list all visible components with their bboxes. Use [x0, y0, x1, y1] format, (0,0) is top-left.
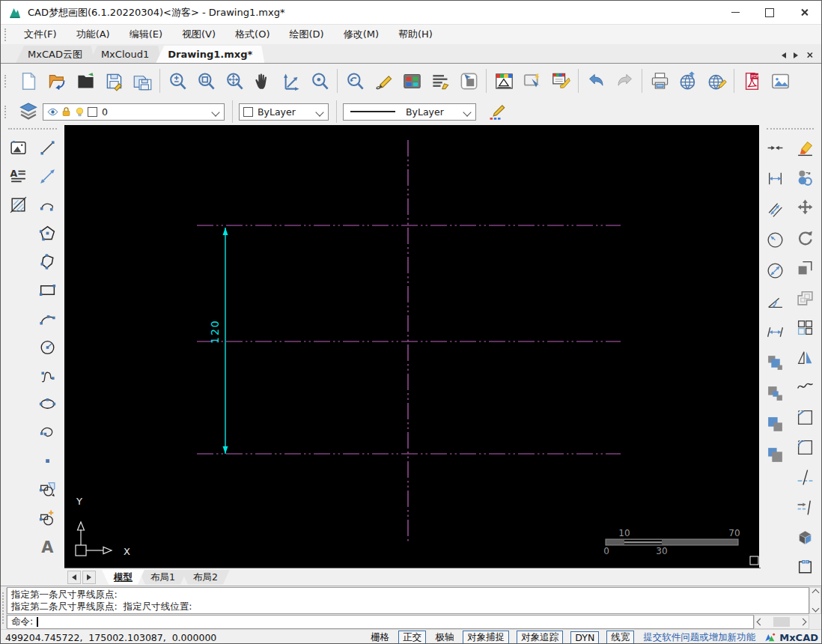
single-text-button[interactable]: A	[34, 532, 61, 559]
trim-button[interactable]	[791, 464, 818, 490]
menu-item-format[interactable]: 格式(O)	[225, 25, 279, 43]
ray-arc-button[interactable]	[34, 191, 61, 218]
fillet-button[interactable]	[791, 434, 818, 461]
color-combo[interactable]: ByLayer	[239, 103, 329, 121]
create-block-button[interactable]	[34, 504, 61, 531]
menu-item-help[interactable]: 帮助(H)	[389, 25, 442, 43]
toolbar-drag-handle[interactable]	[4, 75, 8, 88]
tab-scroll-right-button[interactable]	[794, 52, 798, 58]
extend-button[interactable]	[791, 493, 818, 520]
draw-order-back-button[interactable]	[761, 380, 788, 407]
rotate-button[interactable]	[791, 224, 818, 251]
offset-button[interactable]	[791, 284, 818, 311]
edit-polyline-button[interactable]	[791, 374, 818, 401]
spline-button[interactable]	[34, 362, 61, 389]
circle-button[interactable]	[34, 333, 61, 360]
drawing-canvas[interactable]: 120 Y X 10 70 0 30	[64, 125, 761, 568]
toggle-lineweight[interactable]: 线宽	[606, 631, 634, 644]
explode-button[interactable]	[791, 523, 818, 550]
match-properties-button[interactable]	[547, 66, 575, 96]
insert-block-button[interactable]	[34, 476, 61, 502]
menu-item-edit[interactable]: 编辑(E)	[120, 25, 172, 43]
palette-button[interactable]	[398, 66, 426, 96]
toggle-polar[interactable]: 极轴	[433, 631, 455, 644]
menu-item-file[interactable]: 文件(F)	[14, 25, 67, 43]
print-button[interactable]	[645, 66, 674, 96]
export-pdf-button[interactable]: PDF	[737, 66, 766, 96]
draw-panel-drag-handle[interactable]	[8, 128, 57, 130]
open-folder-button[interactable]	[71, 66, 100, 96]
dim-continue-button[interactable]	[761, 318, 788, 345]
multiline-text-button[interactable]: A	[4, 162, 31, 189]
tab-scroll-left-button[interactable]	[782, 52, 786, 58]
doc-tab-drawing1[interactable]: Drawing1.mxg*	[156, 46, 264, 63]
dim-linear-button[interactable]	[761, 165, 788, 192]
command-drag-handle[interactable]	[1, 588, 7, 628]
command-vscrollbar[interactable]	[809, 587, 821, 614]
open-drawing-button[interactable]	[43, 66, 71, 96]
line-button[interactable]	[34, 134, 61, 161]
array-button[interactable]	[791, 314, 818, 341]
sheet-tab-layout1[interactable]: 布局1	[138, 570, 187, 585]
polygon-button[interactable]	[34, 219, 61, 246]
undo-button[interactable]	[582, 66, 610, 96]
dim-aligned-button[interactable]	[761, 195, 788, 222]
dim-style-button[interactable]	[490, 66, 518, 96]
edit-web-button[interactable]	[702, 66, 731, 96]
chamfer-button[interactable]	[791, 404, 818, 431]
copy-button[interactable]	[791, 164, 818, 191]
hscroll-thumb[interactable]	[773, 617, 790, 627]
revision-arc-button[interactable]	[34, 419, 61, 446]
dim-radius-button[interactable]	[761, 226, 788, 253]
raster-image-button[interactable]	[4, 134, 31, 161]
menu-drag-handle[interactable]	[4, 28, 8, 41]
tab-close-button[interactable]	[806, 52, 813, 58]
irregular-polygon-button[interactable]	[34, 248, 61, 275]
zoom-extents-button[interactable]	[220, 66, 249, 96]
dim-angular-button[interactable]	[761, 288, 788, 315]
menu-item-modify[interactable]: 修改(M)	[334, 25, 389, 43]
construction-line-button[interactable]	[34, 162, 61, 189]
feedback-link[interactable]: 提交软件问题或增加新功能	[643, 631, 755, 644]
ellipse-button[interactable]	[34, 390, 61, 417]
minimize-button[interactable]	[718, 1, 752, 24]
axes-button[interactable]	[277, 66, 305, 96]
new-file-button[interactable]	[14, 66, 43, 96]
layers-button[interactable]	[14, 100, 43, 124]
close-button[interactable]	[787, 1, 821, 24]
toggle-ortho[interactable]: 正交	[398, 631, 426, 644]
toggle-grid[interactable]: 栅格	[369, 631, 391, 644]
redo-button[interactable]	[610, 66, 639, 96]
mirror-button[interactable]	[791, 344, 818, 371]
toggle-otrack[interactable]: 对象追踪	[517, 631, 563, 644]
zoom-previous-button[interactable]	[341, 66, 369, 96]
dim-quick-button[interactable]	[761, 134, 788, 161]
sketch-button[interactable]	[369, 66, 398, 96]
canvas-resize-handle[interactable]	[750, 556, 758, 565]
doc-tab-mxcloud1[interactable]: MxCloud1	[89, 46, 161, 63]
draw-order-above-button[interactable]	[761, 410, 788, 437]
command-hscrollbar[interactable]	[754, 615, 809, 629]
publish-web-button[interactable]	[674, 66, 702, 96]
save-button[interactable]	[100, 66, 128, 96]
zoom-center-button[interactable]	[305, 66, 334, 96]
move-button[interactable]	[791, 194, 818, 221]
zoom-window-button[interactable]	[192, 66, 220, 96]
draw-order-front-button[interactable]	[761, 349, 788, 376]
sheet-tab-layout2[interactable]: 布局2	[181, 570, 230, 585]
toggle-dyn[interactable]: DYN	[570, 631, 599, 644]
doc-tab-mxcad-cloud[interactable]: MxCAD云图	[16, 46, 94, 63]
pan-button[interactable]	[249, 66, 277, 96]
text-style-button[interactable]	[426, 66, 454, 96]
color-pencil-button[interactable]	[484, 100, 512, 124]
hatch-button[interactable]	[4, 191, 31, 218]
toggle-osnap[interactable]: 对象捕捉	[463, 631, 509, 644]
point-button[interactable]	[34, 447, 61, 474]
linetype-combo[interactable]: ByLayer	[343, 103, 476, 121]
draw-order-below-button[interactable]	[761, 441, 788, 468]
select-objects-button[interactable]	[518, 66, 547, 96]
command-input[interactable]: 命令:	[7, 615, 754, 629]
break-button[interactable]	[791, 553, 818, 580]
insert-image-button[interactable]	[766, 66, 794, 96]
maximize-button[interactable]	[752, 1, 787, 24]
